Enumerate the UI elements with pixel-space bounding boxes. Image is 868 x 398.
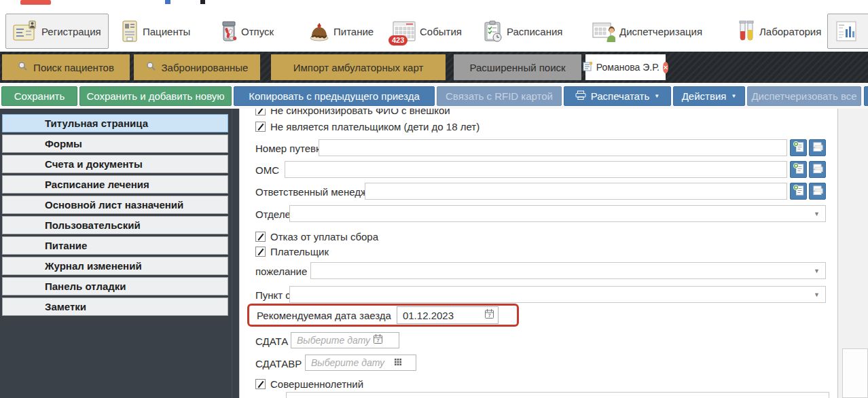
- reports-icon: [836, 21, 856, 41]
- close-icon[interactable]: ✕: [663, 62, 668, 73]
- manager-label: Ответственный менеджер: [255, 186, 379, 198]
- sidebar-item-treatment-schedule[interactable]: Расписание лечения: [2, 175, 228, 194]
- button-label: Сохранить и добавить новую: [86, 90, 224, 102]
- toolbar-item-schedules[interactable]: Расписания: [484, 14, 562, 49]
- oms-input[interactable]: [285, 161, 787, 178]
- adult-checkbox[interactable]: [255, 379, 266, 389]
- tab-import-cards[interactable]: Импорт амбулаторных карт: [271, 54, 446, 80]
- save-and-add-button[interactable]: Сохранить и добавить новую: [79, 86, 232, 106]
- save-button[interactable]: Сохранить: [1, 86, 77, 106]
- sidebar-item-notes[interactable]: Заметки: [2, 297, 228, 316]
- sidebar-item-title-page[interactable]: Титульная страница: [2, 114, 228, 132]
- chevron-down-icon: ▼: [814, 211, 820, 217]
- toolbar-item-reports-clipped[interactable]: [827, 14, 868, 49]
- link-rfid-button[interactable]: Связать с RFID картой: [437, 86, 562, 106]
- recommended-date-input[interactable]: [403, 310, 484, 321]
- manager-add-record-button[interactable]: [790, 183, 807, 200]
- checkbox-label: Совершеннолетний: [270, 378, 363, 390]
- svg-text:7: 7: [376, 338, 379, 344]
- tab-label: Расширенный поиск: [469, 62, 565, 73]
- voucher-add-record-button[interactable]: [790, 139, 807, 156]
- calendar-icon[interactable]: 7: [373, 333, 383, 347]
- fee-refusal-checkbox[interactable]: [255, 232, 266, 242]
- voucher-number-input[interactable]: [319, 139, 787, 156]
- payer-checkbox[interactable]: [255, 247, 266, 257]
- events-badge: 423: [388, 35, 408, 46]
- toolbar-item-events[interactable]: 423 События: [393, 14, 462, 49]
- toolbar-item-label: Лаборатория: [759, 26, 821, 37]
- checkbox-label: Плательщик: [270, 246, 329, 257]
- dispatch-all-button[interactable]: Диспетчеризовать все: [747, 86, 861, 106]
- document-icon: [583, 62, 593, 73]
- add-record-icon: [793, 162, 805, 177]
- toolbar-item-nutrition[interactable]: Питание: [309, 14, 374, 49]
- tab-patient-search[interactable]: Поиск пациентов: [2, 54, 130, 80]
- checkbox-row-fee-refusal: Отказ от уплаты сбора: [255, 230, 378, 242]
- sidebar: Титульная страница Формы Счета и докумен…: [0, 109, 239, 398]
- sync-fio-checkbox[interactable]: [255, 109, 266, 115]
- sidebar-item-custom[interactable]: Пользовательский: [2, 216, 228, 234]
- svg-text:7: 7: [488, 312, 490, 319]
- dispatch-icon: [592, 21, 615, 42]
- toolbar-item-dispense[interactable]: Отпуск: [221, 14, 274, 49]
- printer-icon: [575, 90, 586, 103]
- main-toolbar: Регистрация Пациенты Отпуск Питание: [0, 5, 868, 49]
- toolbar-item-label: Регистрация: [41, 26, 101, 37]
- voucher-select-record-button[interactable]: [809, 139, 826, 156]
- toolbar-item-registration[interactable]: Регистрация: [5, 14, 109, 49]
- oms-select-record-button[interactable]: [809, 161, 826, 178]
- department2-select[interactable]: ▼: [289, 205, 826, 222]
- grid-picker-icon[interactable]: [394, 357, 402, 369]
- button-label: Связать с RFID картой: [446, 90, 553, 102]
- actions-dropdown-button[interactable]: Действия ▼: [673, 86, 745, 106]
- recommended-date-highlight: Рекомендуемая дата заезда 7: [247, 304, 519, 327]
- tab-advanced-search[interactable]: Расширенный поиск: [454, 54, 581, 80]
- manager-input[interactable]: [365, 183, 787, 200]
- select-record-icon: [812, 162, 824, 177]
- tab-strip: Поиск пациентов Забронированные Импорт а…: [0, 52, 868, 83]
- sdata-input[interactable]: [297, 335, 373, 346]
- patient-form: Не синхронизировать ФИО с внешкой Не явл…: [239, 109, 837, 398]
- tab-reserved[interactable]: Забронированные: [134, 54, 260, 80]
- toolbar-item-dispatch[interactable]: Диспетчеризация: [592, 14, 702, 49]
- sidebar-item-forms[interactable]: Формы: [2, 134, 228, 153]
- laboratory-icon: [738, 20, 755, 42]
- not-payer-checkbox[interactable]: [255, 122, 266, 132]
- tab-label: Романова Э.Р.: [596, 62, 659, 73]
- copy-previous-visit-button[interactable]: Копировать с предыдущего приезда: [234, 86, 435, 106]
- toolbar-item-laboratory[interactable]: Лаборатория: [738, 14, 821, 49]
- checkbox-label: Не является плательщиком (дети до 18 лет…: [270, 121, 480, 132]
- oms-add-record-button[interactable]: [790, 161, 807, 178]
- manager-select-record-button[interactable]: [809, 183, 826, 200]
- article-item-select[interactable]: ▼: [289, 286, 826, 303]
- search-icon: [146, 61, 156, 73]
- print-dropdown-button[interactable]: Распечатать ▼: [564, 86, 671, 106]
- doctor-wish-select[interactable]: ▼: [310, 262, 826, 279]
- right-gutter-panel: [842, 348, 868, 398]
- button-label: Действия: [682, 90, 727, 102]
- checkbox-label: Не синхронизировать ФИО с внешкой: [270, 109, 450, 116]
- tab-patient-romanova[interactable]: Романова Э.Р. ✕: [585, 54, 666, 80]
- sidebar-item-nutrition[interactable]: Питание: [2, 236, 228, 255]
- events-icon: 423: [393, 21, 416, 41]
- app-window: Регистрация Пациенты Отпуск Питание: [0, 0, 868, 398]
- chevron-down-icon: ▼: [814, 268, 820, 274]
- select-record-icon: [812, 141, 824, 156]
- checkbox-row-payer: Плательщик: [255, 245, 329, 257]
- sidebar-item-debug-panel[interactable]: Панель отладки: [2, 277, 228, 295]
- tab-label: Забронированные: [162, 62, 249, 73]
- voucher-number-label: Номер путевки: [255, 143, 326, 154]
- toolbar-item-label: Питание: [333, 26, 374, 37]
- sidebar-item-main-prescription-list[interactable]: Основной лист назначений: [2, 196, 228, 214]
- sdatavr-input[interactable]: [311, 357, 394, 368]
- registration-icon: [13, 20, 37, 42]
- sidebar-item-change-log[interactable]: Журнал изменений: [2, 257, 228, 275]
- calendar-icon[interactable]: 7: [484, 308, 494, 322]
- sidebar-item-invoices[interactable]: Счета и документы: [2, 155, 228, 173]
- clipped-button[interactable]: [864, 86, 868, 106]
- toolbar-item-patients[interactable]: Пациенты: [121, 14, 190, 49]
- clipped-bottom-input[interactable]: [286, 392, 829, 398]
- sidebar-divider: [232, 109, 232, 398]
- chevron-down-icon: ▼: [731, 94, 736, 99]
- tab-label: Импорт амбулаторных карт: [293, 62, 424, 73]
